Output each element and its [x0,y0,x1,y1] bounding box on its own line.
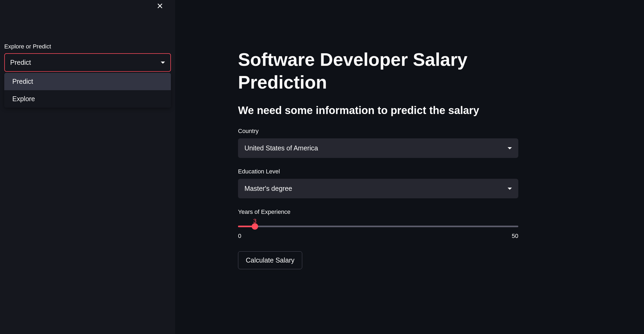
experience-slider[interactable] [238,226,518,227]
page-subtitle: We need some information to predict the … [238,104,518,116]
country-label: Country [238,128,518,135]
education-select[interactable]: Master's degree [238,179,518,198]
education-select-value: Master's degree [244,185,292,192]
mode-select[interactable]: Predict [4,53,171,72]
sidebar-content: Explore or Predict Predict Predict Explo… [4,4,171,108]
country-select-value: United States of America [244,144,318,152]
close-sidebar-button[interactable] [154,0,166,13]
mode-option-predict[interactable]: Predict [4,73,171,90]
education-label: Education Level [238,168,518,175]
page-title: Software Developer Salary Prediction [238,48,518,94]
main-content: Software Developer Salary Prediction We … [175,0,644,334]
experience-slider-thumb[interactable] [252,223,258,230]
calculate-salary-button[interactable]: Calculate Salary [238,251,302,269]
close-icon [156,2,164,10]
country-form-group: Country United States of America [238,128,518,158]
experience-label: Years of Experience [238,208,518,215]
experience-slider-max: 50 [512,233,518,240]
sidebar: Explore or Predict Predict Predict Explo… [0,0,175,334]
caret-down-icon [161,62,165,64]
caret-down-icon [508,188,512,190]
mode-dropdown-menu: Predict Explore [4,73,171,108]
experience-slider-range: 0 50 [238,233,518,240]
mode-option-explore[interactable]: Explore [4,90,171,108]
mode-select-label: Explore or Predict [4,43,171,50]
education-form-group: Education Level Master's degree [238,168,518,198]
experience-slider-group: Years of Experience 3 0 50 [238,208,518,240]
country-select[interactable]: United States of America [238,138,518,158]
mode-select-value: Predict [10,59,31,66]
caret-down-icon [508,147,512,149]
experience-slider-wrapper: 3 0 50 [238,218,518,240]
experience-slider-min: 0 [238,233,241,240]
